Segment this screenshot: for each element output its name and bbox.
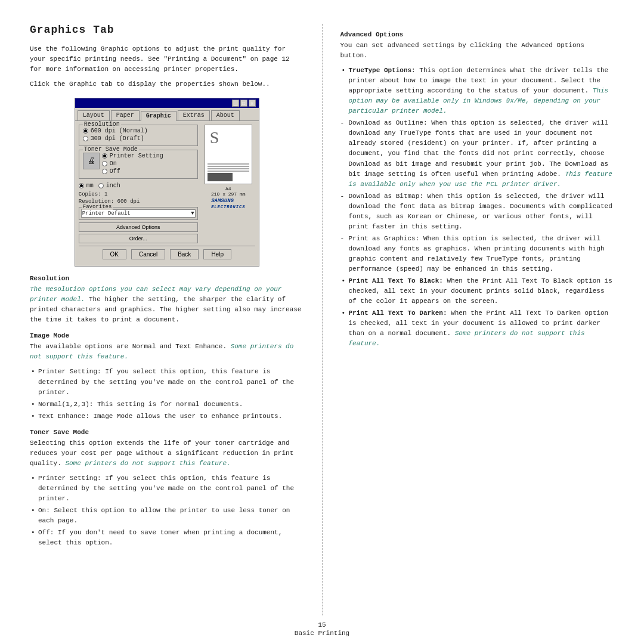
- image-mode-bullet-2: Normal(1,2,3): This setting is for norma…: [30, 400, 304, 410]
- preview-line-2: [208, 166, 249, 167]
- print-all-black-bullet: Print All Text To Black: When the Print …: [340, 276, 615, 306]
- preview-line-4: [208, 171, 249, 172]
- cancel-button[interactable]: Cancel: [131, 249, 165, 259]
- favorites-value: Printer Default: [82, 210, 131, 216]
- maximize-button[interactable]: □: [240, 100, 247, 107]
- radio-mm-fill: [80, 184, 83, 187]
- mm-option[interactable]: mm: [79, 182, 94, 189]
- toner-on[interactable]: On: [102, 160, 163, 167]
- bottom-info: mm inch Copies: 1 Resolution: 600 dpi: [79, 182, 198, 243]
- resolution-600-label: 600 dpi (Normal): [91, 128, 148, 134]
- right-column: Advanced Options You can set advanced se…: [323, 24, 615, 615]
- resolution-option-300[interactable]: 300 dpi (Draft): [83, 135, 194, 142]
- preview-box: S: [205, 125, 252, 184]
- dialog-body: Resolution 600 dpi (Normal) 300 dpi (Dra…: [75, 121, 259, 266]
- radio-600-fill: [84, 129, 87, 132]
- dialog-tabs: Layout Paper Graphic Extras About: [75, 108, 259, 121]
- samsung-logo: SAMSUNG ELECTRONICS: [211, 198, 245, 210]
- copies-row: Copies: 1: [79, 191, 198, 197]
- print-all-darken-label: Print All Text To Darken:: [349, 309, 447, 317]
- advanced-options-button[interactable]: Advanced Options: [79, 222, 198, 232]
- dialog-titlebar: _ □ ✕: [75, 98, 259, 108]
- toner-ps-label: Printer Setting: [110, 153, 163, 159]
- radio-off-circle: [102, 169, 107, 174]
- radio-ps-fill: [103, 154, 106, 157]
- resolution-group: Resolution 600 dpi (Normal) 300 dpi (Dra…: [79, 125, 198, 146]
- toner-off-label: Off: [110, 168, 120, 175]
- print-all-black-label: Print All Text To Black:: [349, 277, 443, 284]
- footer: 15 Basic Printing: [0, 615, 644, 644]
- inch-label: inch: [106, 182, 120, 189]
- advanced-options-heading: Advanced Options: [340, 31, 615, 38]
- tab-graphic[interactable]: Graphic: [141, 111, 177, 121]
- print-all-darken-bullet: Print All Text To Darken: When the Print…: [340, 308, 615, 349]
- preview-s-letter: S: [210, 128, 219, 147]
- ok-button[interactable]: OK: [103, 249, 126, 259]
- print-graphics-label: Print as Graphics:: [349, 235, 420, 242]
- image-mode-intro-text: The available options are Normal and Tex…: [30, 343, 227, 350]
- tab-about[interactable]: About: [211, 110, 240, 120]
- mm-label: mm: [86, 182, 94, 189]
- dialog-wrapper: _ □ ✕ Layout Paper Graphic Extras About: [30, 98, 304, 267]
- preview-size-label: A4: [211, 186, 246, 191]
- samsung-name: SAMSUNG: [211, 198, 234, 204]
- dialog-title: [78, 100, 82, 107]
- radio-ps-circle: [102, 153, 107, 159]
- truetype-label: TrueType Options:: [349, 67, 416, 74]
- preview-lines: [208, 163, 249, 181]
- back-button[interactable]: Back: [170, 249, 199, 259]
- radio-inch-circle: [98, 183, 104, 188]
- preview-size: A4 210 x 297 mm: [211, 186, 246, 197]
- left-column: Graphics Tab Use the following Graphic o…: [30, 24, 323, 615]
- dropdown-arrow-icon: ▼: [191, 210, 194, 216]
- toner-save-heading: Toner Save Mode: [30, 429, 304, 436]
- samsung-sub: ELECTRONICS: [211, 205, 245, 209]
- image-mode-bullet-3: Text Enhance: Image Mode allows the user…: [30, 411, 304, 422]
- toner-off[interactable]: Off: [102, 168, 163, 175]
- dialog-right: S A4: [202, 125, 255, 243]
- image-mode-heading: Image Mode: [30, 332, 304, 339]
- toner-printer-setting[interactable]: Printer Setting: [102, 153, 163, 159]
- order-button[interactable]: Order...: [79, 234, 198, 243]
- favorites-group: Favorites Printer Default ▼: [79, 207, 198, 220]
- tab-paper[interactable]: Paper: [111, 110, 140, 120]
- favorites-select[interactable]: Printer Default ▼: [81, 209, 196, 218]
- help-button[interactable]: Help: [203, 249, 231, 259]
- dialog-footer: OK Cancel Back Help: [79, 246, 255, 262]
- intro-paragraph-1: Use the following Graphic options to adj…: [30, 44, 304, 75]
- toner-on-label: On: [110, 160, 117, 167]
- resolution-option-600[interactable]: 600 dpi (Normal): [83, 128, 194, 134]
- toner-bullet-1: Printer Setting: If you select this opti…: [30, 473, 304, 504]
- footer-label: Basic Printing: [295, 630, 349, 637]
- tab-extras[interactable]: Extras: [178, 110, 210, 120]
- image-mode-intro: The available options are Normal and Tex…: [30, 342, 304, 362]
- resolution-section-heading: Resolution: [30, 275, 304, 282]
- toner-group-label: Toner Save Mode: [83, 146, 139, 153]
- page-title: Graphics Tab: [30, 24, 304, 36]
- preview-block: [208, 173, 233, 181]
- print-graphics-item: Print as Graphics: When this option is s…: [340, 234, 615, 274]
- toner-bullet-3: Off: If you don't need to save toner whe…: [30, 528, 304, 548]
- download-outline-item: Download as Outline: When this option is…: [340, 118, 615, 189]
- content-area: Graphics Tab Use the following Graphic o…: [0, 0, 644, 615]
- mm-inch-row: mm inch: [79, 182, 198, 190]
- inch-option[interactable]: inch: [98, 182, 120, 189]
- toner-save-intro: Selecting this option extends the life o…: [30, 438, 304, 469]
- tab-layout[interactable]: Layout: [78, 110, 110, 120]
- favorites-label: Favorites: [82, 204, 113, 210]
- intro-paragraph-2: Click the Graphic tab to display the pro…: [30, 79, 304, 89]
- close-button[interactable]: ✕: [249, 100, 256, 107]
- toner-bullet-2: On: Select this option to allow the prin…: [30, 506, 304, 526]
- radio-mm-circle: [79, 183, 84, 188]
- minimize-button[interactable]: _: [232, 100, 239, 107]
- toner-options: Printer Setting On: [102, 153, 163, 176]
- truetype-bullet: TrueType Options: This option determines…: [340, 66, 615, 116]
- preview-line-1: [208, 163, 249, 165]
- dialog-main-content: Resolution 600 dpi (Normal) 300 dpi (Dra…: [79, 125, 255, 243]
- radio-on-circle: [102, 161, 107, 166]
- toner-icon: 🖨: [83, 153, 100, 169]
- page: Graphics Tab Use the following Graphic o…: [0, 0, 644, 644]
- resolution-300-label: 300 dpi (Draft): [91, 135, 144, 142]
- dialog-box: _ □ ✕ Layout Paper Graphic Extras About: [75, 98, 259, 267]
- radio-600-circle: [83, 128, 88, 134]
